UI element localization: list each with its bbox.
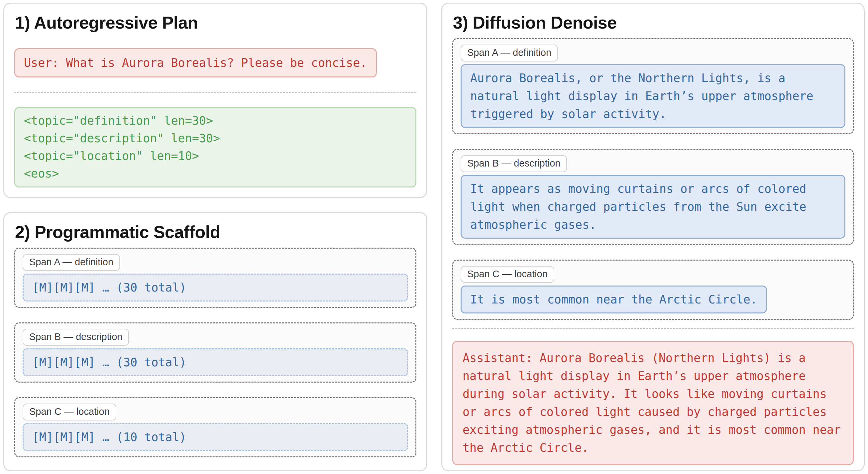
- scaffold-span-c-label-chip: Span C — location: [23, 404, 116, 420]
- panel-programmatic-scaffold: 2) Programmatic Scaffold Span A — defini…: [3, 212, 427, 471]
- workflow-diagram: 1) Autoregressive Plan User: What is Aur…: [3, 3, 865, 471]
- scaffold-span-c-container: Span C — location [M][M][M] … (10 total): [14, 397, 416, 457]
- denoise-span-a-label-chip: Span A — definition: [461, 45, 558, 61]
- panel-2-title: 2) Programmatic Scaffold: [15, 222, 416, 242]
- plan-section-divider: [14, 92, 416, 93]
- denoise-span-b-label-chip: Span B — description: [461, 155, 567, 172]
- scaffold-span-b-container: Span B — description [M][M][M] … (30 tot…: [14, 322, 416, 383]
- denoise-span-c-text: It is most common near the Arctic Circle…: [461, 286, 767, 314]
- scaffold-span-c-masked-tokens: [M][M][M] … (10 total): [23, 423, 408, 451]
- panel-autoregressive-plan: 1) Autoregressive Plan User: What is Aur…: [3, 3, 427, 198]
- plan-token-line: <topic="description" len=30>: [24, 130, 407, 147]
- scaffold-span-b-masked-tokens: [M][M][M] … (30 total): [23, 348, 408, 376]
- panel-diffusion-denoise: 3) Diffusion Denoise Span A — definition…: [441, 3, 865, 471]
- plan-token-line: <eos>: [24, 165, 407, 182]
- plan-token-line: <topic="location" len=10>: [24, 147, 407, 165]
- plan-token-line: <topic="definition" len=30>: [24, 112, 407, 130]
- denoise-span-a-text: Aurora Borealis, or the Northern Lights,…: [461, 64, 845, 128]
- left-column: 1) Autoregressive Plan User: What is Aur…: [3, 3, 427, 471]
- assistant-message-box: Assistant: Aurora Borealis (Northern Lig…: [452, 341, 854, 465]
- scaffold-span-b-label-chip: Span B — description: [23, 329, 129, 346]
- scaffold-span-a-label-chip: Span A — definition: [23, 254, 120, 271]
- denoise-span-c-container: Span C — location It is most common near…: [452, 260, 854, 320]
- denoise-span-c-label-chip: Span C — location: [461, 266, 554, 283]
- denoise-span-b-container: Span B — description It appears as movin…: [452, 149, 854, 245]
- assistant-section-divider: [452, 328, 854, 329]
- right-column: 3) Diffusion Denoise Span A — definition…: [441, 3, 865, 471]
- panel-3-title: 3) Diffusion Denoise: [453, 12, 853, 33]
- denoise-span-a-container: Span A — definition Aurora Borealis, or …: [452, 38, 854, 134]
- scaffold-span-a-masked-tokens: [M][M][M] … (30 total): [23, 273, 408, 301]
- user-message-box: User: What is Aurora Borealis? Please be…: [14, 48, 377, 78]
- denoise-span-b-text: It appears as moving curtains or arcs of…: [461, 175, 845, 239]
- scaffold-span-a-container: Span A — definition [M][M][M] … (30 tota…: [14, 248, 416, 308]
- panel-1-title: 1) Autoregressive Plan: [15, 12, 416, 33]
- plan-tokens-box: <topic="definition" len=30> <topic="desc…: [14, 107, 416, 187]
